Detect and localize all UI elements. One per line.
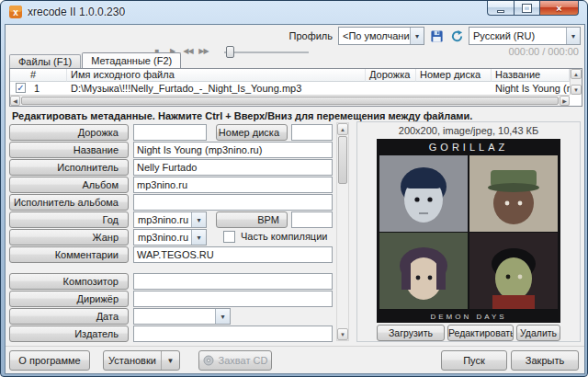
- date-label-button[interactable]: Дата: [9, 308, 129, 325]
- form-row-album: Альбом: [6, 177, 336, 193]
- comments-input[interactable]: [133, 246, 333, 263]
- transport-bar: ■ ▶ ◀◀ ▶▶ 000:00 / 000:00: [149, 44, 579, 59]
- column-track[interactable]: Дорожка: [366, 69, 416, 82]
- column-num[interactable]: #: [10, 69, 67, 82]
- chevron-down-icon: ▾: [566, 28, 580, 44]
- artist-input[interactable]: [133, 159, 333, 176]
- table-row[interactable]: ✓1 D:\Музыка\!!!Nelly_Furtado_-_Night_Is…: [10, 82, 570, 95]
- compilation-checkbox[interactable]: [223, 231, 235, 243]
- form-row-comments: Комментарии: [6, 246, 336, 263]
- delete-artwork-button[interactable]: Удалить: [516, 325, 560, 341]
- editor-scroll-thumb[interactable]: [338, 136, 347, 184]
- scroll-right-icon[interactable]: ▶: [560, 96, 570, 106]
- editor-scrollbar[interactable]: ▲ ▼: [336, 122, 349, 341]
- form-row-album-artist: Исполнитель альбома: [6, 194, 336, 211]
- scroll-down-icon[interactable]: ▼: [571, 85, 582, 95]
- refresh-profile-button[interactable]: [448, 28, 465, 44]
- seek-slider[interactable]: [224, 45, 309, 59]
- row-checkbox[interactable]: ✓: [16, 83, 26, 93]
- close-icon: ×: [556, 3, 561, 14]
- comments-label-button[interactable]: Комментарии: [9, 246, 129, 263]
- language-value: Русский (RU): [469, 30, 566, 41]
- tab-files-label: Файлы (F1): [18, 56, 72, 67]
- save-profile-button[interactable]: [428, 28, 445, 44]
- album-art: GORILLAZ DEMON DAYS: [377, 139, 560, 323]
- app-icon: x: [8, 5, 23, 19]
- settings-label: Установки: [104, 355, 161, 366]
- album-artist-label-button[interactable]: Исполнитель альбома: [9, 194, 129, 211]
- album-label-button[interactable]: Альбом: [9, 177, 129, 193]
- tab-files[interactable]: Файлы (F1): [9, 54, 81, 68]
- cell-title: Night Is Young (mp3nino.ru): [492, 82, 570, 95]
- album-art-band-text: GORILLAZ: [429, 142, 508, 153]
- form-row-year: Год mp3nino.ru ▾ BPM: [6, 211, 336, 228]
- composer-input[interactable]: [133, 273, 333, 290]
- conductor-input[interactable]: [133, 291, 333, 307]
- seek-thumb[interactable]: [226, 46, 234, 58]
- track-input[interactable]: [133, 124, 207, 141]
- tab-metadata-label: Метаданные (F2): [91, 55, 172, 66]
- settings-button[interactable]: Установки ▼: [103, 350, 180, 371]
- bpm-input[interactable]: [291, 211, 333, 228]
- scroll-up-icon[interactable]: ▲: [337, 123, 348, 135]
- time-display: 000:00 / 000:00: [509, 46, 579, 57]
- floppy-icon: [430, 29, 444, 43]
- genre-label-button[interactable]: Жанр: [9, 229, 129, 246]
- year-combo[interactable]: mp3nino.ru ▾: [133, 211, 207, 228]
- form-row-artist: Исполнитель: [6, 159, 336, 176]
- cd-rip-button: Захват CD: [198, 350, 272, 371]
- footer-bar: О программе Установки ▼ Захват CD Пуск З…: [6, 346, 584, 374]
- profile-select[interactable]: <По умолчанию> ▾: [338, 27, 424, 45]
- next-track-button[interactable]: ▶▶: [196, 45, 211, 58]
- table-horizontal-scrollbar[interactable]: ◀ ▶: [10, 95, 570, 106]
- settings-dropdown-arrow[interactable]: ▼: [161, 351, 179, 370]
- row-number: 1: [34, 83, 40, 94]
- scroll-up-icon[interactable]: ▲: [571, 69, 582, 79]
- previous-track-button[interactable]: ◀◀: [180, 45, 196, 58]
- column-file[interactable]: Имя исходного файла: [67, 69, 366, 82]
- scroll-down-icon[interactable]: ▼: [337, 328, 348, 340]
- artist-label-button[interactable]: Исполнитель: [9, 159, 129, 176]
- column-disc[interactable]: Номер диска: [416, 69, 492, 82]
- column-title[interactable]: Название: [492, 69, 570, 82]
- minimize-button[interactable]: [487, 1, 514, 16]
- scroll-left-icon[interactable]: ◀: [10, 96, 20, 106]
- album-art-title-text: DEMON DAYS: [430, 313, 506, 321]
- disc-label-button[interactable]: Номер диска: [216, 124, 288, 141]
- album-input[interactable]: [133, 177, 333, 193]
- start-button[interactable]: Пуск: [441, 350, 507, 371]
- publisher-input[interactable]: [133, 326, 333, 342]
- about-button[interactable]: О программе: [9, 350, 90, 371]
- bpm-label-button[interactable]: BPM: [216, 211, 288, 228]
- album-artist-input[interactable]: [133, 194, 333, 211]
- composer-label-button[interactable]: Композитор: [9, 273, 129, 290]
- client-area: Профиль <По умолчанию> ▾: [5, 24, 585, 374]
- table-vertical-scrollbar[interactable]: ▲ ▼: [570, 69, 582, 95]
- title-input[interactable]: [133, 142, 333, 158]
- year-label-button[interactable]: Год: [9, 211, 129, 228]
- genre-combo[interactable]: mp3nino.ru ▾: [133, 229, 207, 246]
- hscroll-thumb[interactable]: [21, 97, 559, 105]
- maximize-button[interactable]: [514, 1, 539, 16]
- track-label-button[interactable]: Дорожка: [9, 124, 129, 141]
- close-button[interactable]: ×: [539, 1, 579, 16]
- toolbar: Профиль <По умолчанию> ▾: [289, 27, 582, 45]
- disc-input[interactable]: [291, 124, 333, 141]
- tab-metadata[interactable]: Метаданные (F2): [82, 52, 181, 68]
- language-select[interactable]: Русский (RU) ▾: [469, 27, 581, 45]
- load-artwork-button[interactable]: Загрузить: [377, 325, 445, 341]
- artwork-panel: 200x200, image/jpeg, 10,43 КБ: [356, 121, 581, 342]
- form-row-date: Дата ▾: [6, 308, 336, 325]
- form-row-genre: Жанр mp3nino.ru ▾ Часть компиляции: [6, 229, 336, 246]
- year-value: mp3nino.ru: [134, 214, 191, 225]
- chevron-down-icon: ▾: [215, 309, 230, 324]
- publisher-label-button[interactable]: Издатель: [9, 326, 129, 342]
- title-label-button[interactable]: Название: [9, 142, 129, 158]
- edit-artwork-button[interactable]: Редактировать: [447, 325, 514, 341]
- cell-disc: [416, 82, 492, 95]
- conductor-label-button[interactable]: Дирижёр: [9, 291, 129, 307]
- date-combo[interactable]: ▾: [133, 308, 231, 325]
- close-app-button[interactable]: Закрыть: [511, 350, 579, 371]
- titlebar[interactable]: x xrecode II 1.0.0.230 ×: [1, 1, 587, 24]
- compilation-label: Часть компиляции: [241, 231, 327, 242]
